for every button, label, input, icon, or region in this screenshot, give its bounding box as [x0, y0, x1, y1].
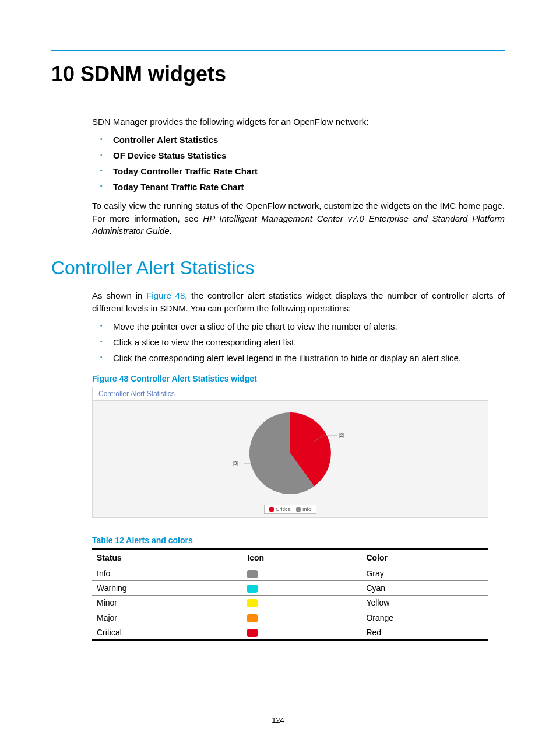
cell-icon [242, 610, 361, 625]
cell-color: Red [361, 625, 488, 640]
list-item: Controller Alert Statistics [92, 132, 505, 148]
cell-status: Minor [92, 596, 242, 610]
cell-icon [242, 566, 361, 580]
chart-legend: Critical Info [264, 505, 316, 514]
cell-status: Major [92, 610, 242, 625]
table-row: Major Orange [92, 610, 488, 625]
pie-label-critical: [2] [339, 432, 344, 438]
list-item: Click the corresponding alert level lege… [92, 350, 505, 366]
alerts-table: Status Icon Color Info Gray Warning Cyan [92, 548, 488, 640]
pie-chart[interactable] [249, 412, 331, 496]
pie-svg [249, 412, 331, 494]
list-item: Today Tenant Traffic Rate Chart [92, 179, 505, 195]
section-heading: Controller Alert Statistics [51, 257, 505, 279]
legend-label[interactable]: Critical [276, 506, 292, 512]
th-icon: Icon [242, 549, 361, 566]
figure-link[interactable]: Figure 48 [146, 290, 185, 300]
table-row: Warning Cyan [92, 580, 488, 595]
page: 10 SDNM widgets SDN Manager provides the… [0, 0, 556, 756]
body-content: SDN Manager provides the following widge… [92, 116, 505, 640]
table-caption: Table 12 Alerts and colors [92, 536, 505, 545]
widget-body: [2] [3] Critical Info [93, 401, 488, 517]
cell-color: Yellow [361, 596, 488, 610]
cell-status: Warning [92, 580, 242, 595]
list-item: OF Device Status Statistics [92, 148, 505, 163]
legend-swatch-critical[interactable] [269, 507, 274, 512]
figure-caption: Figure 48 Controller Alert Statistics wi… [92, 374, 505, 383]
cell-color: Cyan [361, 580, 488, 595]
list-item: Click a slice to view the corresponding … [92, 334, 505, 350]
cell-icon [242, 625, 361, 640]
intro-paragraph-2: To easily view the running status of the… [92, 200, 505, 237]
list-item: Today Controller Traffic Rate Chart [92, 163, 505, 179]
cell-status: Critical [92, 625, 242, 640]
table-row: Critical Red [92, 625, 488, 640]
th-status: Status [92, 549, 242, 566]
table-row: Minor Yellow [92, 596, 488, 610]
widget-list: Controller Alert Statistics OF Device St… [92, 132, 505, 195]
intro-paragraph: SDN Manager provides the following widge… [92, 116, 505, 128]
top-rule [51, 50, 505, 51]
cell-icon [242, 596, 361, 610]
list-item: Move the pointer over a slice of the pie… [92, 318, 505, 334]
widget-header: Controller Alert Statistics [93, 387, 488, 401]
cell-color: Orange [361, 610, 488, 625]
text: . [170, 226, 172, 236]
swatch-icon [247, 629, 258, 637]
swatch-icon [247, 570, 258, 578]
table-header-row: Status Icon Color [92, 549, 488, 566]
pie-label-info: [3] [233, 460, 238, 466]
cell-color: Gray [361, 566, 488, 580]
th-color: Color [361, 549, 488, 566]
operations-list: Move the pointer over a slice of the pie… [92, 318, 505, 366]
legend-label[interactable]: Info [302, 506, 311, 512]
table-row: Info Gray [92, 566, 488, 580]
page-number: 124 [0, 716, 556, 724]
swatch-icon [247, 599, 258, 607]
cell-icon [242, 580, 361, 595]
cell-status: Info [92, 566, 242, 580]
chapter-title: 10 SDNM widgets [51, 62, 505, 86]
swatch-icon [247, 614, 258, 622]
legend-swatch-info[interactable] [296, 507, 301, 512]
widget-figure: Controller Alert Statistics [92, 387, 488, 518]
swatch-icon [247, 584, 258, 593]
section-paragraph: As shown in Figure 48, the controller al… [92, 289, 505, 315]
text: As shown in [92, 290, 146, 300]
